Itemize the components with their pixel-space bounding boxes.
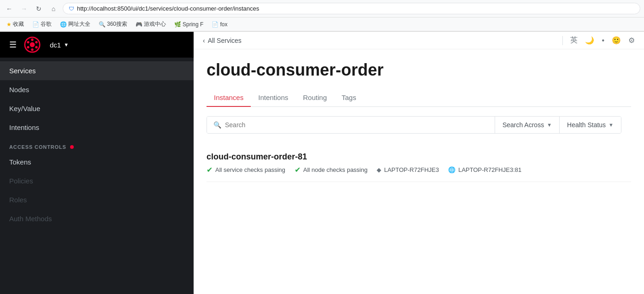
search-input[interactable] xyxy=(225,121,488,129)
tab-instances[interactable]: Instances xyxy=(207,89,251,107)
hamburger-button[interactable]: ☰ xyxy=(7,38,18,52)
search-across-button[interactable]: Search Across ▼ xyxy=(495,117,560,133)
main-content: ‹ All Services 英 🌙 • 🙂 ⚙ cloud-consumer-… xyxy=(194,32,644,294)
top-bar-icons: 英 🌙 • 🙂 ⚙ xyxy=(562,35,635,45)
divider xyxy=(562,36,563,45)
filter-bar: 🔍 Search Across ▼ Health Status ▼ xyxy=(207,116,621,134)
bookmark-games-label: 游戏中心 xyxy=(144,20,166,28)
dot-menu-icon[interactable]: • xyxy=(602,36,604,45)
sidebar-item-tokens-label: Tokens xyxy=(9,158,31,166)
access-controls-status-dot xyxy=(70,145,74,149)
svg-point-6 xyxy=(27,46,29,48)
instance-name: cloud-consumer-order-81 xyxy=(207,152,631,162)
tab-tags[interactable]: Tags xyxy=(334,89,364,107)
svg-point-7 xyxy=(27,41,29,43)
tab-instances-label: Instances xyxy=(214,94,243,101)
svg-point-5 xyxy=(31,48,33,51)
consul-logo xyxy=(24,36,41,53)
google-icon: 📄 xyxy=(32,21,39,28)
sidebar-item-intentions[interactable]: Intentions xyxy=(0,118,194,137)
dark-mode-icon[interactable]: 🌙 xyxy=(585,36,594,45)
bookmark-wangzhi-label: 网址大全 xyxy=(68,20,90,28)
sidebar-item-roles: Roles xyxy=(0,190,194,209)
svg-point-2 xyxy=(31,39,33,41)
tabs: Instances Intentions Routing Tags xyxy=(207,89,631,107)
service-detail: cloud-consumer-order Instances Intention… xyxy=(194,49,644,294)
reload-button[interactable]: ↻ xyxy=(33,3,44,14)
bookmark-spring[interactable]: 🌿 Spring F xyxy=(171,20,206,29)
datacenter-label: dc1 xyxy=(50,41,61,49)
service-checks-label: All service checks passing xyxy=(215,166,285,173)
security-icon: 🛡 xyxy=(69,6,74,12)
back-to-services-label: All Services xyxy=(208,37,242,44)
spring-icon: 🌿 xyxy=(174,21,181,28)
search-field[interactable]: 🔍 xyxy=(207,117,495,133)
sidebar-item-intentions-label: Intentions xyxy=(9,123,39,131)
sidebar-item-keyvalue[interactable]: Key/Value xyxy=(0,99,194,118)
sidebar-item-policies-label: Policies xyxy=(9,177,33,185)
tab-intentions[interactable]: Intentions xyxy=(251,89,295,107)
health-status-label: Health Status xyxy=(567,121,606,129)
bookmark-wangzhi[interactable]: 🌐 网址大全 xyxy=(57,19,93,29)
sidebar-item-auth-methods: Auth Methods xyxy=(0,209,194,228)
bookmark-360[interactable]: 🔍 360搜索 xyxy=(96,19,130,29)
node-link-icon: ◆ xyxy=(377,166,381,173)
service-title: cloud-consumer-order xyxy=(207,60,631,80)
home-button[interactable]: ⌂ xyxy=(48,3,59,14)
tab-routing[interactable]: Routing xyxy=(295,89,334,107)
node-checks-badge: ✔ All node checks passing xyxy=(295,165,367,174)
access-controls-section: ACCESS CONTROLS xyxy=(0,137,194,153)
language-icon[interactable]: 英 xyxy=(570,35,578,45)
settings-icon[interactable]: ⚙ xyxy=(628,36,635,45)
search-icon: 🔍 xyxy=(213,121,221,129)
bookmark-games[interactable]: 🎮 游戏中心 xyxy=(133,19,169,29)
bookmark-spring-label: Spring F xyxy=(183,21,203,28)
sidebar-item-auth-methods-label: Auth Methods xyxy=(9,215,52,223)
node-check-icon: ✔ xyxy=(295,165,301,174)
search-across-dropdown-icon: ▼ xyxy=(547,122,552,128)
star-icon: ★ xyxy=(6,21,12,28)
back-button[interactable]: ← xyxy=(4,3,15,14)
browser-chrome: ← → ↻ ⌂ 🛡 http://localhost:8500/ui/dc1/s… xyxy=(0,0,644,32)
forward-button[interactable]: → xyxy=(18,3,30,14)
bookmark-google[interactable]: 📄 谷歌 xyxy=(30,19,54,29)
datacenter-selector[interactable]: dc1 ▼ xyxy=(46,39,72,51)
smiley-icon[interactable]: 🙂 xyxy=(612,36,621,45)
back-to-services-link[interactable]: ‹ All Services xyxy=(203,37,242,44)
sidebar-item-nodes[interactable]: Nodes xyxy=(0,80,194,99)
health-status-dropdown-icon: ▼ xyxy=(609,122,614,128)
instance-list: cloud-consumer-order-81 ✔ All service ch… xyxy=(207,145,631,182)
bookmark-fox-label: fox xyxy=(220,21,227,28)
address-bar[interactable]: 🛡 http://localhost:8500/ui/dc1/services/… xyxy=(63,3,640,14)
health-status-button[interactable]: Health Status ▼ xyxy=(560,117,621,133)
instance-checks: ✔ All service checks passing ✔ All node … xyxy=(207,165,631,174)
bookmarks-bar: ★ 收藏 📄 谷歌 🌐 网址大全 🔍 360搜索 🎮 游戏中心 🌿 Spring… xyxy=(0,18,644,31)
node-address: LAPTOP-R72FHJE3:81 xyxy=(458,166,521,173)
tab-tags-label: Tags xyxy=(342,94,356,101)
back-chevron-icon: ‹ xyxy=(203,37,205,44)
sidebar-item-keyvalue-label: Key/Value xyxy=(9,105,40,112)
sidebar: ☰ dc1 ▼ Services xyxy=(0,32,194,294)
sidebar-item-services-label: Services xyxy=(9,67,36,75)
address-info: 🌐 LAPTOP-R72FHJE3:81 xyxy=(448,166,521,173)
sidebar-header: ☰ dc1 ▼ xyxy=(0,32,194,58)
tab-routing-label: Routing xyxy=(303,94,327,101)
360-icon: 🔍 xyxy=(99,21,106,28)
games-icon: 🎮 xyxy=(136,21,142,28)
globe-icon: 🌐 xyxy=(448,166,455,173)
bookmark-360-label: 360搜索 xyxy=(107,20,127,28)
svg-point-3 xyxy=(35,41,37,43)
node-name: LAPTOP-R72FHJE3 xyxy=(384,166,439,173)
sidebar-item-roles-label: Roles xyxy=(9,196,27,204)
svg-point-4 xyxy=(35,46,37,48)
sidebar-item-services[interactable]: Services xyxy=(0,61,194,80)
access-controls-label: ACCESS CONTROLS xyxy=(9,144,66,150)
bookmark-favorites[interactable]: ★ 收藏 xyxy=(4,19,27,29)
service-checks-badge: ✔ All service checks passing xyxy=(207,165,285,174)
bookmark-fox[interactable]: 📄 fox xyxy=(209,20,230,29)
sidebar-item-tokens[interactable]: Tokens xyxy=(0,153,194,171)
app-container: ☰ dc1 ▼ Services xyxy=(0,32,644,294)
node-checks-label: All node checks passing xyxy=(303,166,367,173)
node-info: ◆ LAPTOP-R72FHJE3 xyxy=(377,166,439,173)
table-row[interactable]: cloud-consumer-order-81 ✔ All service ch… xyxy=(207,145,631,182)
